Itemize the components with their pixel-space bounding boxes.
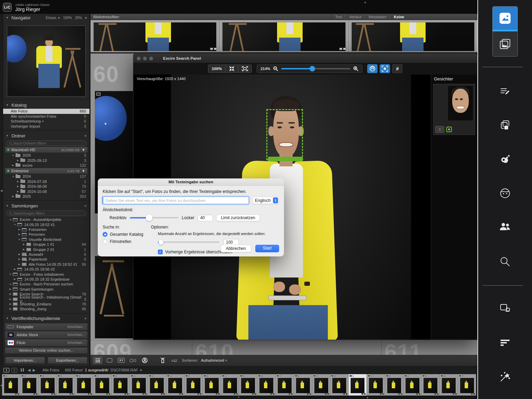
publish-service-row[interactable]: FestplatteEinrichten... [5,323,87,330]
filmstrip-thumbnail[interactable]: 596 [257,374,276,396]
face-thumbnail[interactable] [448,86,473,120]
zoom-out-icon[interactable] [273,66,278,71]
filmstrip-thumbnail[interactable]: 607 [458,374,476,396]
publish-setup-link[interactable]: Einrichten... [68,333,85,337]
survey-view-icon[interactable] [129,357,137,364]
cancel-button[interactable]: Abbrechen [221,245,251,252]
navigator-25-option[interactable]: 25% [75,16,82,20]
folder-row[interactable]: ▶2024-07-281 [3,179,89,184]
back-arrow-icon[interactable]: ◀ [28,368,30,372]
disclosure-triangle-icon[interactable]: ▶ [17,263,22,266]
filmstrip-thumbnail[interactable]: 597 [276,374,294,396]
filmstrip-thumbnail[interactable]: 606 [440,374,458,396]
disclosure-triangle-icon[interactable]: ▶ [16,185,20,188]
search-text-input[interactable]: Geben Sie einen Text ein, um Ihre Fotos … [103,197,249,204]
publish-service-row[interactable]: FlickrEinrichten... [5,339,87,346]
face-icon[interactable] [497,186,513,201]
grid-cell-bottom[interactable]: 610 [192,340,382,355]
filmstrip-thumbnail[interactable]: 586 [75,374,93,396]
find-more-services-button[interactable]: Weitere Dienste online suchen... [5,348,87,353]
zoom-fill-button[interactable] [238,65,251,72]
folder-row[interactable]: ▶2025-09-133 [3,158,89,163]
chevron-down-icon[interactable]: ▾ [85,16,87,20]
publish-service-row[interactable]: StAdobe StockEinrichten... [5,331,87,338]
filmstrip-left-arrow-icon[interactable]: ◀ [0,384,2,387]
collection-row[interactable]: ▶Gruppe 1 #194 [3,242,89,247]
folder-row[interactable]: ▼2024137 [3,174,89,179]
import-button[interactable]: Importieren... [5,357,45,364]
collection-row[interactable]: ▼Excire - Nach Personen suchen [3,282,89,286]
source-label[interactable]: Alle Fotos [42,368,59,372]
face-target-icon[interactable] [446,127,452,132]
filmstrip-collapse-bar[interactable]: ▼ [0,396,477,399]
show-faces-button[interactable] [367,64,378,73]
grid-cell-bottom[interactable]: 611 [382,340,477,355]
katalog-item[interactable]: Alle Fotos665 [3,109,89,114]
filter-option-keine[interactable]: Keine [391,15,407,19]
filmstrip-thumbnail[interactable]: 585 [57,374,75,396]
similarity-slider[interactable] [130,217,178,218]
grid-view-shortcut-icon[interactable] [19,367,26,373]
bottom-panel-collapse-icon[interactable]: ▼ [366,396,369,399]
collection-row[interactable]: ▶Fotoserien [3,227,89,232]
duplicates-icon[interactable] [497,117,513,133]
filmstrip-thumbnail[interactable]: 605 [421,374,440,396]
filmstrip-thumbnail[interactable]: 593 [203,374,221,396]
zoom-fit-button[interactable] [226,65,238,72]
collection-row[interactable]: ▶Gruppe 2 #11 [3,247,89,252]
folder-row[interactable]: ▶2024-10-0857 [3,189,89,194]
thumbnail-badges[interactable] [339,48,346,50]
navigator-100-option[interactable]: 100% [63,16,72,20]
publish-setup-link[interactable]: Einrichten... [68,341,85,344]
thumbnail-badges[interactable] [210,48,217,50]
disclosure-triangle-icon[interactable]: ▶ [17,258,22,261]
katalog-header[interactable]: ▼ Katalog [3,101,89,109]
disclosure-triangle-icon[interactable]: ▶ [17,233,22,236]
radio-filmstrip[interactable]: Filmstreifen [103,239,151,244]
collection-row[interactable]: ▼14.09.25 18:52 #1 [3,222,89,227]
zoom-in-icon[interactable] [353,66,359,71]
current-filename[interactable]: DSCF0888.RAF [111,368,138,372]
grid-cell[interactable] [220,21,348,51]
face-detection-box[interactable] [266,109,303,160]
filmstrip-thumbnail[interactable]: 604 [403,374,422,396]
folder-filter-input[interactable]: Nach Ordnern filtern [6,140,86,146]
disclosure-triangle-icon[interactable]: ▼ [8,283,13,285]
volume-row[interactable]: Enterprise0,0/2 TB▼ [5,168,87,174]
sort-direction-icon[interactable]: AZ [170,357,179,364]
filmstrip-thumbnail[interactable]: 584 [39,374,57,396]
disclosure-triangle-icon[interactable]: ▶ [16,180,20,183]
folder-row[interactable]: ▶2025393 [3,194,89,199]
secondary-window-button[interactable]: 2 [11,368,17,372]
filmstrip-thumbnail[interactable]: 590 [148,374,166,396]
add-collection-icon[interactable]: + [84,203,87,208]
disclosure-triangle-icon[interactable]: ▶ [11,164,16,167]
publish-setup-link[interactable]: Einrichten... [68,325,85,329]
disclosure-triangle-icon[interactable]: ▶ [8,308,13,310]
disclosure-triangle-icon[interactable]: ▶ [17,253,22,256]
filmstrip-thumbnail[interactable]: 591 [166,374,184,396]
stacked-images-view-button[interactable] [493,31,517,56]
disclosure-triangle-icon[interactable]: ▶ [21,248,26,251]
grid-cell[interactable] [349,21,477,51]
collection-row[interactable]: ▶Smart-Sammlungen [3,287,89,292]
collection-row[interactable]: ▼Excire - Auswahlprojekte [3,217,89,222]
disclosure-triangle-icon[interactable]: ▼ [12,223,17,226]
left-panel-collapse-icon[interactable]: ◀ [0,189,2,192]
key-icon[interactable] [497,151,513,166]
filmstrip-thumbnail[interactable]: 599 [312,374,331,396]
collection-row[interactable]: ▶14.09.25 18:56 #2 [3,267,89,272]
filmstrip-thumbnail[interactable]: 598 [294,374,312,396]
stats-bars-icon[interactable] [497,335,513,351]
collection-row[interactable]: ▶Shooting_Joerg95 [3,306,89,311]
filmstrip-thumbnail[interactable]: 592 [184,374,203,396]
disclosure-triangle-icon[interactable]: ▶ [17,228,22,231]
single-image-view-button[interactable] [493,7,517,31]
filter-option-metadaten[interactable]: Metadaten [366,15,390,19]
loupe-view-icon[interactable] [105,357,114,364]
limit-value-field[interactable]: 40 [198,215,213,221]
filmstrip-thumbnail[interactable]: 595 [239,374,257,396]
disclosure-triangle-icon[interactable]: ▶ [11,195,16,198]
collection-row[interactable]: ▶Papierkorb0 [3,257,89,262]
compare-view-icon[interactable]: XY [117,357,126,364]
